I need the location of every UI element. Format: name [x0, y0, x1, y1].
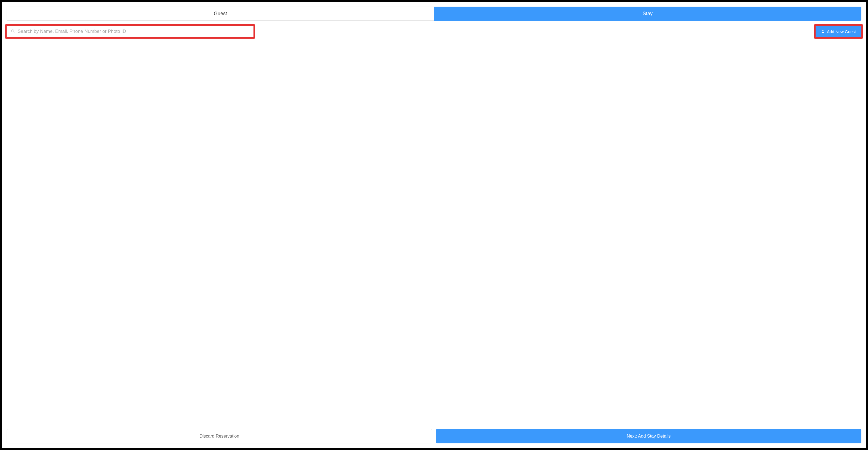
add-new-guest-label: Add New Guest	[827, 29, 856, 34]
add-new-guest-button[interactable]: Add New Guest	[815, 26, 861, 37]
guest-search-input[interactable]	[18, 29, 808, 34]
search-wrapper	[7, 26, 812, 37]
user-icon	[821, 29, 825, 34]
search-icon	[11, 29, 15, 34]
footer-actions: Discard Reservation Next: Add Stay Detai…	[7, 429, 861, 443]
next-add-stay-details-button[interactable]: Next: Add Stay Details	[436, 429, 862, 443]
reservation-panel: Guest Stay	[0, 0, 868, 450]
tab-guest[interactable]: Guest	[7, 7, 434, 21]
search-box[interactable]	[7, 26, 812, 37]
tab-bar: Guest Stay	[7, 7, 861, 21]
svg-point-0	[11, 30, 14, 32]
svg-point-2	[822, 30, 823, 31]
discard-reservation-button[interactable]: Discard Reservation	[7, 429, 432, 443]
add-guest-wrapper: Add New Guest	[815, 26, 861, 37]
content-area	[7, 37, 861, 429]
tab-stay[interactable]: Stay	[434, 7, 861, 21]
svg-line-1	[13, 32, 14, 33]
search-action-row: Add New Guest	[7, 26, 861, 37]
